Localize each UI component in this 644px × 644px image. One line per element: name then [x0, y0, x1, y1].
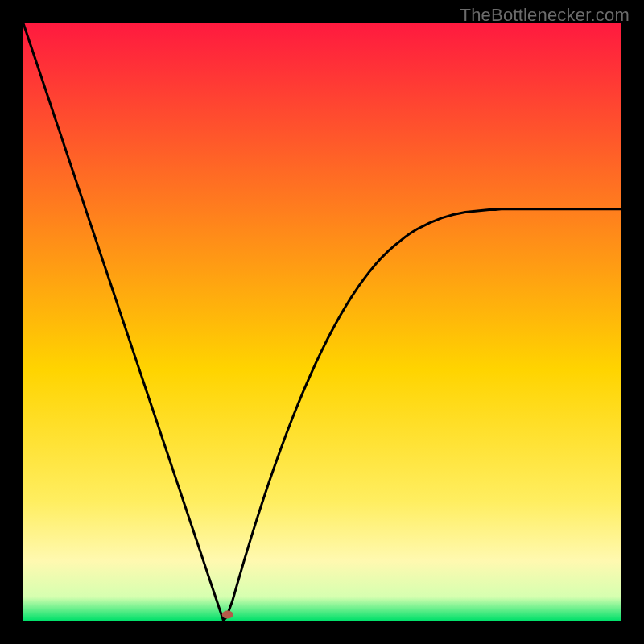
chart-plot-area: [23, 23, 621, 621]
chart-background: [23, 23, 621, 621]
watermark-text: TheBottlenecker.com: [460, 5, 630, 26]
chart-svg: [23, 23, 621, 621]
optimal-point-marker: [222, 611, 233, 619]
